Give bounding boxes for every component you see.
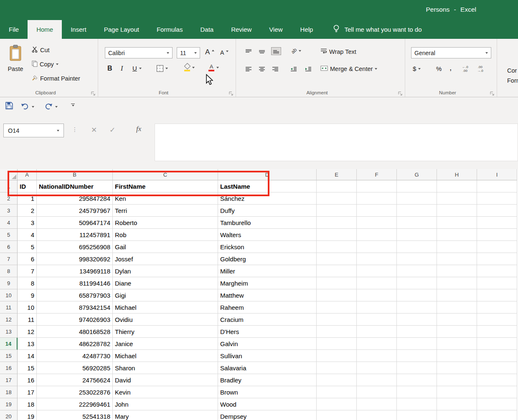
align-middle-button[interactable]	[259, 49, 265, 54]
cell-C19[interactable]: John	[113, 398, 218, 410]
font-color-button[interactable]: A	[208, 64, 219, 71]
cell-I16[interactable]	[477, 362, 517, 374]
cell-C12[interactable]: Ovidiu	[113, 314, 218, 326]
comma-style-button[interactable]: ,	[449, 63, 452, 72]
format-painter-button[interactable]: Format Painter	[32, 75, 80, 82]
cell-C3[interactable]: Terri	[113, 205, 218, 217]
cell-A17[interactable]: 16	[18, 374, 37, 386]
cell-F3[interactable]	[357, 205, 397, 217]
cell-D19[interactable]: Wood	[218, 398, 317, 410]
cell-I3[interactable]	[477, 205, 517, 217]
column-header-D[interactable]: D	[218, 169, 317, 180]
tab-data[interactable]: Data	[191, 20, 222, 39]
font-size-combo[interactable]: 11	[177, 47, 200, 58]
cell-C11[interactable]: Michael	[113, 301, 218, 314]
orientation-button[interactable]: ab	[291, 48, 301, 54]
cell-F8[interactable]	[357, 265, 397, 277]
cell-D5[interactable]: Walters	[218, 229, 317, 241]
cell-A2[interactable]: 1	[18, 192, 37, 205]
decrease-indent-button[interactable]	[290, 66, 297, 72]
tab-page-layout[interactable]: Page Layout	[95, 20, 148, 39]
cell-G9[interactable]	[397, 277, 437, 289]
cell-H4[interactable]	[437, 217, 477, 229]
cell-D7[interactable]: Goldberg	[218, 253, 317, 265]
cell-E14[interactable]	[317, 338, 357, 350]
cell-E4[interactable]	[317, 217, 357, 229]
row-header-13[interactable]: 13	[0, 326, 18, 338]
cell-H12[interactable]	[437, 314, 477, 326]
row-header-18[interactable]: 18	[0, 386, 18, 398]
decrease-font-size-button[interactable]: A	[220, 49, 229, 56]
cell-D2[interactable]: Sánchez	[218, 192, 317, 205]
cell-H8[interactable]	[437, 265, 477, 277]
column-header-C[interactable]: C	[113, 169, 218, 180]
cell-I6[interactable]	[477, 241, 517, 253]
column-header-G[interactable]: G	[397, 169, 437, 180]
cell-H11[interactable]	[437, 301, 477, 314]
cell-H15[interactable]	[437, 350, 477, 362]
row-header-10[interactable]: 10	[0, 289, 18, 301]
alignment-dialog-launcher-icon[interactable]	[398, 90, 402, 94]
conditional-formatting-button-clipped[interactable]: Cor Form	[507, 66, 518, 86]
cell-A8[interactable]: 7	[18, 265, 37, 277]
cell-D12[interactable]: Cracium	[218, 314, 317, 326]
cell-B8[interactable]: 134969118	[37, 265, 113, 277]
cell-C16[interactable]: Sharon	[113, 362, 218, 374]
cell-A10[interactable]: 9	[18, 289, 37, 301]
cell-I9[interactable]	[477, 277, 517, 289]
row-header-9[interactable]: 9	[0, 277, 18, 289]
cell-H13[interactable]	[437, 326, 477, 338]
tab-insert[interactable]: Insert	[62, 20, 95, 39]
cell-G16[interactable]	[397, 362, 437, 374]
cell-H16[interactable]	[437, 362, 477, 374]
cell-G20[interactable]	[397, 410, 437, 420]
cell-B5[interactable]: 112457891	[37, 229, 113, 241]
cell-B15[interactable]: 42487730	[37, 350, 113, 362]
cell-C4[interactable]: Roberto	[113, 217, 218, 229]
cell-D20[interactable]: Dempsey	[218, 410, 317, 420]
cell-I4[interactable]	[477, 217, 517, 229]
cell-C2[interactable]: Ken	[113, 192, 218, 205]
cell-A18[interactable]: 17	[18, 386, 37, 398]
cell-I20[interactable]	[477, 410, 517, 420]
cell-F4[interactable]	[357, 217, 397, 229]
cell-D8[interactable]: Miller	[218, 265, 317, 277]
cell-A19[interactable]: 18	[18, 398, 37, 410]
cell-D3[interactable]: Duffy	[218, 205, 317, 217]
column-header-I[interactable]: I	[477, 169, 517, 180]
cell-A3[interactable]: 2	[18, 205, 37, 217]
align-right-button[interactable]	[272, 66, 279, 72]
cell-E9[interactable]	[317, 277, 357, 289]
cell-B14[interactable]: 486228782	[37, 338, 113, 350]
cell-H19[interactable]	[437, 398, 477, 410]
font-dialog-launcher-icon[interactable]	[229, 90, 233, 94]
cell-H7[interactable]	[437, 253, 477, 265]
cell-E5[interactable]	[317, 229, 357, 241]
cell-E20[interactable]	[317, 410, 357, 420]
cell-F20[interactable]	[357, 410, 397, 420]
cell-E13[interactable]	[317, 326, 357, 338]
row-header-14[interactable]: 14	[0, 338, 18, 350]
cell-F1[interactable]	[357, 180, 397, 192]
row-header-11[interactable]: 11	[0, 301, 18, 314]
column-header-F[interactable]: F	[357, 169, 397, 180]
align-bottom-button[interactable]	[271, 47, 281, 55]
row-header-19[interactable]: 19	[0, 398, 18, 410]
cell-I17[interactable]	[477, 374, 517, 386]
cell-C7[interactable]: Jossef	[113, 253, 218, 265]
cell-C17[interactable]: David	[113, 374, 218, 386]
cell-H10[interactable]	[437, 289, 477, 301]
row-header-8[interactable]: 8	[0, 265, 18, 277]
row-header-7[interactable]: 7	[0, 253, 18, 265]
cell-E18[interactable]	[317, 386, 357, 398]
cell-C6[interactable]: Gail	[113, 241, 218, 253]
row-header-12[interactable]: 12	[0, 314, 18, 326]
cell-D18[interactable]: Brown	[218, 386, 317, 398]
cell-H1[interactable]	[437, 180, 477, 192]
cell-F15[interactable]	[357, 350, 397, 362]
increase-decimal-button[interactable]: ←.0 .00	[462, 65, 468, 73]
cell-I10[interactable]	[477, 289, 517, 301]
tab-formulas[interactable]: Formulas	[148, 20, 192, 39]
undo-button[interactable]	[21, 103, 29, 110]
cell-H17[interactable]	[437, 374, 477, 386]
